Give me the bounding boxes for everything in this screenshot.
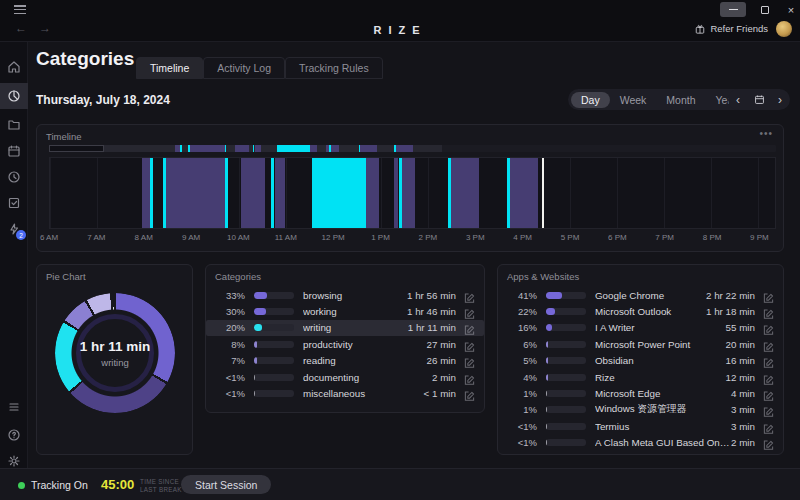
calendar-picker-icon[interactable] [754, 94, 765, 105]
usage-bar [546, 357, 586, 364]
overview-brush-handle[interactable] [49, 145, 104, 152]
edit-icon[interactable] [763, 372, 774, 383]
usage-bar [546, 341, 586, 348]
edit-icon[interactable] [763, 339, 774, 350]
row-percent: 7% [215, 355, 245, 366]
timeline-segment[interactable] [150, 158, 153, 228]
app-row[interactable]: 4%Rize12 min [498, 369, 783, 385]
app-row[interactable]: 1%Windows 资源管理器3 min [498, 402, 783, 418]
hour-gridline [758, 158, 759, 228]
hour-gridline [617, 158, 618, 228]
sidebar-item-help[interactable] [0, 422, 28, 448]
donut-chart[interactable]: 1 hr 11 min writing [55, 293, 175, 413]
edit-icon[interactable] [763, 404, 774, 415]
sidebar-item-notifications[interactable]: 2 [0, 216, 28, 242]
menu-icon[interactable] [14, 5, 26, 14]
row-name: Google Chrome [595, 290, 706, 301]
app-row[interactable]: 41%Google Chrome2 hr 22 min [498, 287, 783, 303]
row-percent: 33% [215, 290, 245, 301]
app-row[interactable]: <1%Termius3 min [498, 418, 783, 434]
app-row[interactable]: 16%I A Writer55 min [498, 320, 783, 336]
edit-icon[interactable] [763, 421, 774, 432]
category-row[interactable]: 33%browsing1 hr 56 min [206, 287, 484, 303]
timeline-segment[interactable] [312, 158, 366, 228]
timeline-segment[interactable] [271, 158, 274, 228]
app-row[interactable]: <1%A Clash Meta GUI Based On Ta...2 min [498, 435, 783, 451]
app-row[interactable]: 6%Microsoft Power Point20 min [498, 336, 783, 352]
range-week[interactable]: Week [610, 92, 657, 108]
sidebar-item-sessions[interactable] [0, 164, 28, 190]
timeline-segment[interactable] [451, 158, 479, 228]
timeline-segment[interactable] [402, 158, 415, 228]
edit-icon[interactable] [464, 306, 475, 317]
sidebar-item-calendar[interactable] [0, 138, 28, 164]
minimize-button[interactable] [720, 2, 746, 17]
usage-bar [254, 324, 294, 331]
timeline-segment[interactable] [166, 158, 225, 228]
hour-gridline [286, 158, 287, 228]
overview-segment [331, 145, 339, 152]
timeline-segment[interactable] [225, 158, 228, 228]
row-percent: <1% [507, 421, 537, 432]
edit-icon[interactable] [763, 437, 774, 448]
app-row[interactable]: 1%Microsoft Edge4 min [498, 385, 783, 401]
edit-icon[interactable] [464, 322, 475, 333]
edit-icon[interactable] [464, 355, 475, 366]
range-month[interactable]: Month [656, 92, 705, 108]
category-row[interactable]: 30%working1 hr 46 min [206, 303, 484, 319]
range-day[interactable]: Day [571, 92, 610, 108]
app-row[interactable]: 5%Obsidian16 min [498, 353, 783, 369]
timeline-overview-strip[interactable] [49, 145, 776, 152]
row-time: 1 hr 46 min [407, 306, 456, 317]
timeline-segment[interactable] [241, 158, 265, 228]
prev-day-button[interactable]: ‹ [736, 93, 740, 107]
sidebar-item-home[interactable] [0, 54, 28, 80]
refer-friends-button[interactable]: Refer Friends [695, 23, 768, 34]
edit-icon[interactable] [763, 306, 774, 317]
row-name: A Clash Meta GUI Based On Ta... [595, 437, 731, 448]
row-percent: 1% [507, 404, 537, 415]
edit-icon[interactable] [763, 290, 774, 301]
maximize-button[interactable] [752, 2, 778, 17]
row-percent: 41% [507, 290, 537, 301]
timeline-segment[interactable] [394, 158, 398, 228]
start-session-button[interactable]: Start Session [181, 475, 271, 494]
sidebar-item-categories[interactable] [0, 83, 28, 109]
avatar[interactable] [776, 21, 792, 37]
category-row[interactable]: <1%miscellaneous< 1 min [206, 385, 484, 401]
row-name: reading [303, 355, 427, 366]
row-time: 2 hr 22 min [706, 290, 755, 301]
edit-icon[interactable] [763, 322, 774, 333]
edit-icon[interactable] [763, 355, 774, 366]
apps-panel-title: Apps & Websites [507, 271, 579, 282]
row-name: documenting [303, 372, 432, 383]
next-day-button[interactable]: › [778, 93, 782, 107]
overview-segment [360, 145, 377, 152]
row-name: Rize [595, 372, 726, 383]
category-row[interactable]: <1%documenting2 min [206, 369, 484, 385]
close-button[interactable]: × [778, 2, 800, 17]
timeline-segment[interactable] [366, 158, 379, 228]
edit-icon[interactable] [763, 388, 774, 399]
app-row[interactable]: 22%Microsoft Outlook1 hr 18 min [498, 303, 783, 319]
timeline-segment[interactable] [510, 158, 538, 228]
timeline-menu-icon[interactable]: ••• [759, 128, 773, 139]
timeline-panel-title: Timeline [46, 131, 82, 142]
edit-icon[interactable] [464, 372, 475, 383]
sidebar-item-tasks[interactable] [0, 190, 28, 216]
sidebar-item-list[interactable] [0, 394, 28, 420]
tab-timeline[interactable]: Timeline [136, 57, 203, 79]
timeline-chart[interactable] [49, 157, 776, 229]
timeline-segment[interactable] [142, 158, 150, 228]
edit-icon[interactable] [464, 290, 475, 301]
category-row[interactable]: 7%reading26 min [206, 353, 484, 369]
timeline-segment[interactable] [275, 158, 285, 228]
edit-icon[interactable] [464, 339, 475, 350]
row-name: Microsoft Outlook [595, 306, 706, 317]
category-row[interactable]: 8%productivity27 min [206, 336, 484, 352]
tab-activity-log[interactable]: Activity Log [203, 57, 285, 79]
edit-icon[interactable] [464, 388, 475, 399]
tab-tracking-rules[interactable]: Tracking Rules [285, 57, 383, 79]
category-row[interactable]: 20%writing1 hr 11 min [206, 320, 484, 336]
sidebar-item-projects[interactable] [0, 112, 28, 138]
